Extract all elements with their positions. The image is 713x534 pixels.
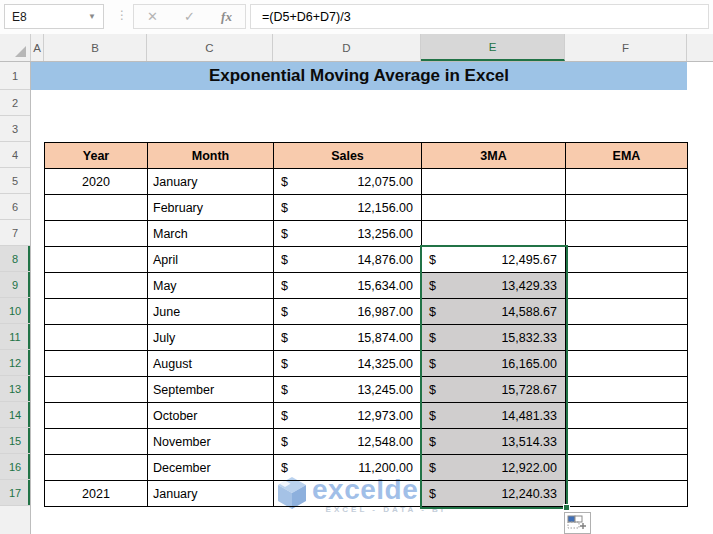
cell-C14[interactable]: October (148, 403, 274, 429)
column-header-B[interactable]: B (44, 34, 147, 61)
cell-F5[interactable] (566, 169, 688, 195)
cell-C6[interactable]: February (148, 195, 274, 221)
cell-E15[interactable]: $13,514.33 (422, 429, 566, 455)
cell-F4[interactable]: EMA (566, 143, 688, 169)
row-header-2[interactable]: 2 (0, 90, 30, 116)
cell-F12[interactable] (566, 351, 688, 377)
cancel-icon[interactable]: ✕ (147, 9, 158, 24)
cell-F6[interactable] (566, 195, 688, 221)
cell-B4[interactable]: Year (45, 143, 148, 169)
row-header-17[interactable]: 17 (0, 480, 30, 506)
cell-E16[interactable]: $12,922.00 (422, 455, 566, 481)
row-header-14[interactable]: 14 (0, 402, 30, 428)
name-box[interactable]: E8 ▼ (4, 4, 104, 29)
cell-B5[interactable]: 2020 (45, 169, 148, 195)
cell-D16[interactable]: $11,200.00 (274, 455, 422, 481)
cell-C4[interactable]: Month (148, 143, 274, 169)
cell-E10[interactable]: $14,588.67 (422, 299, 566, 325)
cell-E4[interactable]: 3MA (422, 143, 566, 169)
cell-E17[interactable]: $12,240.33 (422, 481, 566, 507)
cell-D7[interactable]: $13,256.00 (274, 221, 422, 247)
cell-E6[interactable] (422, 195, 566, 221)
cell-C10[interactable]: June (148, 299, 274, 325)
cell-B13[interactable] (45, 377, 148, 403)
cell-E14[interactable]: $14,481.33 (422, 403, 566, 429)
cell-B8[interactable] (45, 247, 148, 273)
cell-C11[interactable]: July (148, 325, 274, 351)
column-header-A[interactable]: A (31, 34, 44, 61)
formula-bar-input[interactable]: =(D5+D6+D7)/3 (250, 4, 709, 29)
fill-handle[interactable] (563, 504, 570, 511)
cell-B16[interactable] (45, 455, 148, 481)
row-header-16[interactable]: 16 (0, 454, 30, 480)
row-header-8[interactable]: 8 (0, 246, 30, 272)
cell-F9[interactable] (566, 273, 688, 299)
select-all-button[interactable] (0, 34, 31, 61)
cell-F14[interactable] (566, 403, 688, 429)
row-header-10[interactable]: 10 (0, 298, 30, 324)
row-header-4[interactable]: 4 (0, 142, 30, 168)
cell-D15[interactable]: $12,548.00 (274, 429, 422, 455)
cell-D17[interactable] (274, 481, 422, 507)
column-header-C[interactable]: C (147, 34, 273, 61)
row-header-5[interactable]: 5 (0, 168, 30, 194)
cell-E9[interactable]: $13,429.33 (422, 273, 566, 299)
cell-D11[interactable]: $15,874.00 (274, 325, 422, 351)
cell-C13[interactable]: September (148, 377, 274, 403)
cell-B7[interactable] (45, 221, 148, 247)
cell-C12[interactable]: August (148, 351, 274, 377)
cell-B10[interactable] (45, 299, 148, 325)
row-header-3[interactable]: 3 (0, 116, 30, 142)
row-header-6[interactable]: 6 (0, 194, 30, 220)
cell-D14[interactable]: $12,973.00 (274, 403, 422, 429)
cell-F10[interactable] (566, 299, 688, 325)
cell-F13[interactable] (566, 377, 688, 403)
cell-C7[interactable]: March (148, 221, 274, 247)
cell-D4[interactable]: Sales (274, 143, 422, 169)
autofill-options-button[interactable] (564, 512, 591, 534)
cell-E7[interactable] (422, 221, 566, 247)
cell-F16[interactable] (566, 455, 688, 481)
row-header-9[interactable]: 9 (0, 272, 30, 298)
cell-B12[interactable] (45, 351, 148, 377)
cell-D12[interactable]: $14,325.00 (274, 351, 422, 377)
cell-B14[interactable] (45, 403, 148, 429)
cell-E12[interactable]: $16,165.00 (422, 351, 566, 377)
cell-C8[interactable]: April (148, 247, 274, 273)
cell-D8[interactable]: $14,876.00 (274, 247, 422, 273)
column-header-F[interactable]: F (565, 34, 687, 61)
title-cell[interactable]: Exponential Moving Average in Excel (31, 62, 687, 90)
row-header-11[interactable]: 11 (0, 324, 30, 350)
column-header-D[interactable]: D (273, 34, 421, 61)
cell-E5[interactable] (422, 169, 566, 195)
cell-D13[interactable]: $13,245.00 (274, 377, 422, 403)
cell-B9[interactable] (45, 273, 148, 299)
cell-D6[interactable]: $12,156.00 (274, 195, 422, 221)
cell-C15[interactable]: November (148, 429, 274, 455)
cell-C16[interactable]: December (148, 455, 274, 481)
row-header-7[interactable]: 7 (0, 220, 30, 246)
cell-F15[interactable] (566, 429, 688, 455)
cell-B15[interactable] (45, 429, 148, 455)
cell-C17[interactable]: January (148, 481, 274, 507)
cell-F11[interactable] (566, 325, 688, 351)
cell-D9[interactable]: $15,634.00 (274, 273, 422, 299)
column-header-E[interactable]: E (421, 34, 565, 61)
insert-function-icon[interactable]: fx (221, 9, 232, 25)
row-header-12[interactable]: 12 (0, 350, 30, 376)
cell-B17[interactable]: 2021 (45, 481, 148, 507)
cell-E11[interactable]: $15,832.33 (422, 325, 566, 351)
cell-B11[interactable] (45, 325, 148, 351)
cell-E13[interactable]: $15,728.67 (422, 377, 566, 403)
cell-F8[interactable] (566, 247, 688, 273)
enter-icon[interactable]: ✓ (184, 9, 195, 24)
cell-D10[interactable]: $16,987.00 (274, 299, 422, 325)
row-header-1[interactable]: 1 (0, 62, 30, 90)
cell-B6[interactable] (45, 195, 148, 221)
cell-F17[interactable] (566, 481, 688, 507)
row-header-15[interactable]: 15 (0, 428, 30, 454)
cell-F7[interactable] (566, 221, 688, 247)
cell-C9[interactable]: May (148, 273, 274, 299)
cell-E8[interactable]: $12,495.67 (422, 247, 566, 273)
row-header-13[interactable]: 13 (0, 376, 30, 402)
